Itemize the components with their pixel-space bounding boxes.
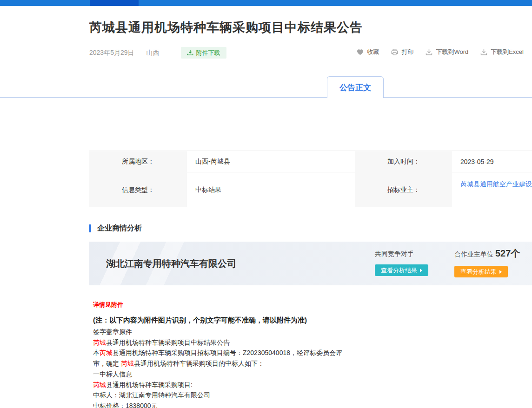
body-text-segment: 签字盖章原件 xyxy=(93,328,132,336)
play-icon xyxy=(499,270,502,274)
info-value-tender-owner: 芮城县通用航空产业建设发 xyxy=(452,172,532,207)
play-icon xyxy=(420,269,422,272)
body-text-segment: 县通用机场特种车辆采购项目: xyxy=(106,381,193,388)
attachment-download-button[interactable]: 附件下载 xyxy=(181,47,226,59)
top-nav-active-segment[interactable] xyxy=(90,0,139,6)
body-text-segment: 县通用机场特种车辆采购项目中标结果公告 xyxy=(106,339,230,346)
tender-owner-link[interactable]: 芮城县通用航空产业建设发 xyxy=(460,180,532,189)
body-text-segment: 本 xyxy=(93,349,100,356)
highlighted-keyword: 芮城 xyxy=(93,339,106,346)
info-table: 所属地区： 山西-芮城县 加入时间： 2023-05-29 信息类型： 中标结果… xyxy=(89,151,532,207)
see-attachment-notice: 详情见附件 xyxy=(93,301,532,309)
body-line: 中标人：湖北江南专用特种汽车有限公司 xyxy=(93,390,532,401)
page-title: 芮城县通用机场特种车辆采购项目中标结果公告 xyxy=(89,19,532,36)
announcement-body: 详情见附件 (注：以下内容为附件图片识别，个别文字可能不准确，请以附件为准) 签… xyxy=(93,301,532,408)
competitor-block: 共同竞争对手 查看分析结果 xyxy=(375,250,428,276)
body-text-segment: 县通用机场特种车辆采购项目的中标人如下： xyxy=(134,360,264,367)
body-text: 签字盖章原件芮城县通用机场特种车辆采购项目中标结果公告本芮城县通用机场特种车辆采… xyxy=(93,327,532,408)
top-nav-bar xyxy=(0,0,532,6)
body-line: 芮城县通用机场特种车辆采购项目中标结果公告 xyxy=(93,337,532,348)
info-label-tender-owner: 招标业主： xyxy=(355,172,452,207)
body-line: 签字盖章原件 xyxy=(93,327,532,337)
main-content: 芮城县通用机场特种车辆采购项目中标结果公告 2023年5月29日 山西 附件下载… xyxy=(89,6,532,408)
region-label: 山西 xyxy=(146,49,160,57)
body-line: 一中标人信息 xyxy=(93,369,532,380)
company-name: 湖北江南专用特种汽车有限公司 xyxy=(106,257,236,270)
highlighted-keyword: 芮城 xyxy=(100,349,113,356)
download-icon xyxy=(187,50,193,56)
info-label-info-type: 信息类型： xyxy=(89,172,187,207)
info-value-region: 山西-芮城县 xyxy=(187,151,355,172)
partner-label-text: 合作业主单位 xyxy=(454,250,493,258)
view-partner-analysis-button[interactable]: 查看分析结果 xyxy=(454,266,508,277)
competitor-label: 共同竞争对手 xyxy=(375,250,428,258)
ocr-disclaimer-note: (注：以下内容为附件图片识别，个别文字可能不准确，请以附件为准) xyxy=(93,315,532,325)
body-text-segment: 中标人：湖北江南专用特种汽车有限公司 xyxy=(93,391,210,399)
body-text-segment: 审，确定 xyxy=(93,360,121,367)
body-line: 芮城县通用机场特种车辆采购项目: xyxy=(93,380,532,390)
body-line: 本芮城县通用机场特种车辆采购项目招标项目编号：Z202305040018，经评标… xyxy=(93,348,532,358)
view-button-label: 查看分析结果 xyxy=(381,266,417,275)
body-line: 审，确定 芮城县通用机场特种车辆采购项目的中标人如下： xyxy=(93,358,532,369)
highlighted-keyword: 芮城 xyxy=(93,381,106,388)
partner-count: 527个 xyxy=(495,248,520,258)
partner-label: 合作业主单位527个 xyxy=(454,247,520,260)
section-accent-bar xyxy=(89,224,91,232)
highlighted-keyword: 芮城 xyxy=(121,360,134,367)
meta-row: 2023年5月29日 山西 附件下载 xyxy=(89,47,532,59)
company-analysis-card: 湖北江南专用特种汽车有限公司 共同竞争对手 查看分析结果 合作业主单位527个 … xyxy=(89,242,532,285)
info-label-added-time: 加入时间： xyxy=(355,151,452,172)
body-text-segment: 中标价格：1838000元 xyxy=(93,402,158,408)
view-button-label: 查看分析结果 xyxy=(460,268,497,276)
body-text-segment: 县通用机场特种车辆采购项目招标项目编号：Z202305040018，经评标委员会… xyxy=(113,349,342,356)
attachment-download-label: 附件下载 xyxy=(196,49,220,57)
info-value-info-type: 中标结果 xyxy=(187,172,355,207)
tab-announcement-body[interactable]: 公告正文 xyxy=(327,76,384,98)
partner-block: 合作业主单位527个 查看分析结果 xyxy=(454,247,520,277)
publish-date: 2023年5月29日 xyxy=(89,49,134,57)
info-value-added-time: 2023-05-29 xyxy=(452,151,532,172)
body-line: 中标价格：1838000元 xyxy=(93,401,532,408)
tab-label: 公告正文 xyxy=(339,82,371,93)
body-text-segment: 一中标人信息 xyxy=(93,370,132,378)
view-competitor-analysis-button[interactable]: 查看分析结果 xyxy=(375,264,428,276)
section-title: 企业商情分析 xyxy=(97,224,142,233)
info-label-region: 所属地区： xyxy=(89,151,187,172)
section-header: 企业商情分析 xyxy=(89,224,532,233)
